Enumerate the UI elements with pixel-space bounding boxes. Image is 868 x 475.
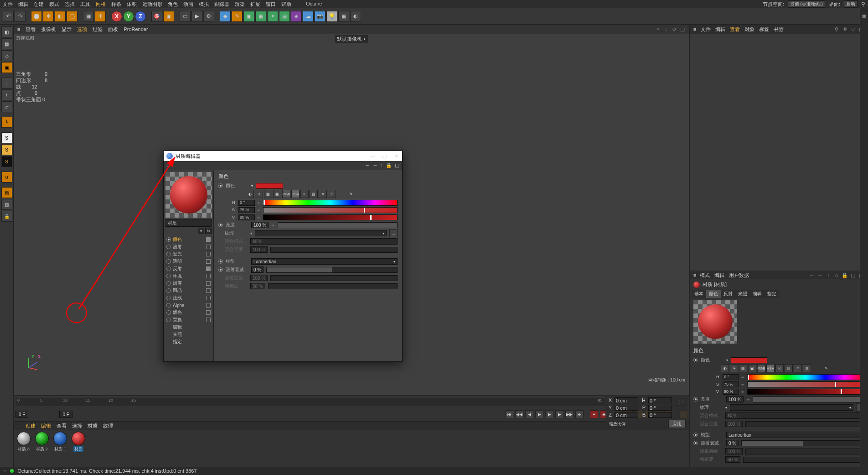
channel-指定[interactable]: 指定 — [164, 338, 213, 345]
menu-模拟[interactable]: 模拟 — [199, 1, 209, 8]
last-tool-button[interactable]: ▦ — [83, 11, 94, 22]
redo-button[interactable]: ↷ — [15, 11, 26, 22]
menu-运动图形[interactable]: 运动图形 — [142, 1, 162, 8]
material-swatch-1[interactable]: 材质.2 — [34, 432, 50, 452]
channel-反射[interactable]: 反射 — [164, 265, 213, 272]
menu-帮助[interactable]: 帮助 — [281, 1, 291, 8]
generator-button[interactable]: ▣ — [243, 11, 254, 22]
layout-dropdown[interactable]: 启动 — [844, 0, 858, 8]
axis-lock-button[interactable]: ✛ — [95, 11, 106, 22]
attr-tab-1[interactable]: 颜色 — [706, 290, 721, 298]
attr-back-icon[interactable]: ← — [809, 272, 815, 278]
vp-menu-0[interactable]: 查看 — [26, 26, 36, 32]
preview-opt2-button[interactable]: ↻ — [205, 228, 212, 234]
obj-menu-0[interactable]: 文件 — [701, 26, 711, 32]
play-back-button[interactable]: ▶ — [535, 410, 543, 418]
model-radio[interactable] — [693, 433, 698, 437]
ed-brightness-slider[interactable] — [278, 222, 398, 228]
vp-menu-5[interactable]: 面板 — [108, 26, 118, 32]
snapset-s2-icon[interactable]: S — [1, 144, 12, 155]
ed-model-radio[interactable] — [218, 259, 223, 264]
channel-颜色[interactable]: 颜色 — [164, 236, 213, 243]
viewport-config-icon[interactable]: ✧ — [655, 26, 661, 32]
right-dock-tabs[interactable]: 对象属性 — [860, 8, 868, 467]
sat-slider[interactable] — [747, 381, 864, 387]
next-key-button[interactable]: ▶▶ — [565, 410, 574, 418]
menu-体积[interactable]: 体积 — [127, 1, 137, 8]
live-select-button[interactable]: ⬤ — [31, 11, 42, 22]
channel-置换[interactable]: 置换 — [164, 316, 213, 324]
channel-发光[interactable]: 发光 — [164, 251, 213, 258]
om-search-icon[interactable]: ⚲ — [833, 26, 840, 32]
menu-跟踪器[interactable]: 跟踪器 — [214, 1, 229, 8]
prev-frame-button[interactable]: ◀ — [525, 410, 533, 418]
record-button[interactable]: ● — [590, 410, 598, 418]
channel-漫射[interactable]: 漫射 — [164, 243, 213, 251]
ed-val-field[interactable]: 80 % — [238, 214, 255, 220]
workplane-icon[interactable]: ◇ — [1, 50, 12, 61]
ed-model-dropdown[interactable]: Lambertian — [251, 258, 398, 265]
channel-Alpha[interactable]: Alpha — [164, 302, 213, 309]
render-view-button[interactable]: ▭ — [180, 11, 191, 22]
channel-环境[interactable]: 环境 — [164, 272, 213, 280]
timeline-start-field[interactable]: 0 F — [16, 411, 28, 418]
val-field[interactable]: 80 % — [723, 389, 739, 395]
move-button[interactable]: ✥ — [43, 11, 54, 22]
spline-button[interactable]: ✎ — [232, 11, 243, 22]
scale-mode-dropdown[interactable]: 缩放比例 — [607, 421, 627, 428]
snapset-s3-icon[interactable]: S — [1, 156, 12, 167]
menu-动画[interactable]: 动画 — [183, 1, 193, 8]
scale-button[interactable]: ◧ — [55, 11, 66, 22]
ed-eyedropper-icon[interactable]: ✎ — [347, 190, 355, 198]
render-region-button[interactable]: ⚙ — [203, 11, 214, 22]
snapset-s-icon[interactable]: S — [1, 132, 12, 143]
hsv-button[interactable]: HSV — [766, 364, 775, 372]
ed-hue-slider[interactable] — [263, 200, 398, 206]
maximize-button[interactable]: ▢ — [381, 153, 388, 159]
hamburger-icon[interactable]: ≡ — [4, 468, 6, 474]
mat-menu-5[interactable]: 纹理 — [103, 423, 113, 428]
ed-picker-image-icon[interactable]: ▣ — [273, 190, 281, 198]
model-mode-icon[interactable]: ◧ — [1, 26, 12, 37]
mat-menu-3[interactable]: 选择 — [72, 423, 82, 428]
viewport-nav-icon[interactable]: ↕ — [663, 26, 669, 32]
goto-end-button[interactable]: ⏭ — [575, 410, 584, 418]
menu-扩展[interactable]: 扩展 — [250, 1, 260, 8]
attr-lock-icon[interactable]: 🔒 — [842, 272, 848, 278]
obj-menu-1[interactable]: 编辑 — [715, 26, 725, 32]
rotate-button[interactable]: ◯ — [67, 11, 78, 22]
picker-swatches-icon[interactable]: ▦ — [739, 364, 747, 372]
menu-样条[interactable]: 样条 — [111, 1, 121, 8]
apply-button[interactable]: 应用 — [668, 420, 686, 428]
nodespace-dropdown[interactable]: 当前 (标准/物理) — [788, 0, 825, 8]
material-swatch-3[interactable]: 材质 — [70, 432, 87, 452]
menu-选择[interactable]: 选择 — [65, 1, 75, 8]
menu-文件[interactable]: 文件 — [3, 1, 13, 8]
workplane3-icon[interactable]: ▥ — [1, 199, 12, 210]
menu-窗口[interactable]: 窗口 — [266, 1, 276, 8]
nav-up-icon[interactable]: ↑ — [381, 162, 383, 168]
x-axis-toggle[interactable]: X — [111, 11, 122, 22]
channel-烟雾[interactable]: 烟雾 — [164, 280, 213, 287]
attr-home-icon[interactable]: ⌂ — [833, 272, 840, 278]
ed-mixer-button[interactable]: ▤ — [310, 190, 318, 198]
rot-h-field[interactable]: 0 ° — [648, 397, 672, 403]
menu-工具[interactable]: 工具 — [80, 1, 90, 8]
ed-val-slider[interactable] — [263, 214, 398, 220]
play-fwd-button[interactable]: ▶ — [545, 410, 553, 418]
nav-fwd-icon[interactable]: → — [373, 162, 378, 168]
obj-menu-4[interactable]: 标签 — [759, 26, 769, 32]
kelvin-button[interactable]: K — [775, 364, 784, 372]
ed-rgb-button[interactable]: RGB — [282, 190, 290, 198]
menu-编辑[interactable]: 编辑 — [18, 1, 28, 8]
attr-up-icon[interactable]: ↑ — [825, 272, 832, 278]
mat-menu-1[interactable]: 编辑 — [41, 423, 51, 428]
hue-field[interactable]: 0 ° — [723, 374, 739, 380]
material-swatch-2[interactable]: 材质.1 — [52, 432, 68, 452]
viewport-max-icon[interactable]: ▢ — [679, 26, 686, 32]
undo-button[interactable]: ↶ — [3, 11, 14, 22]
sky-button[interactable]: ◐ — [350, 11, 361, 22]
material-swatch-0[interactable]: 材质.3 — [16, 432, 32, 452]
attr-fwd-icon[interactable]: → — [817, 272, 823, 278]
octane-menu[interactable]: Octane — [306, 1, 322, 8]
